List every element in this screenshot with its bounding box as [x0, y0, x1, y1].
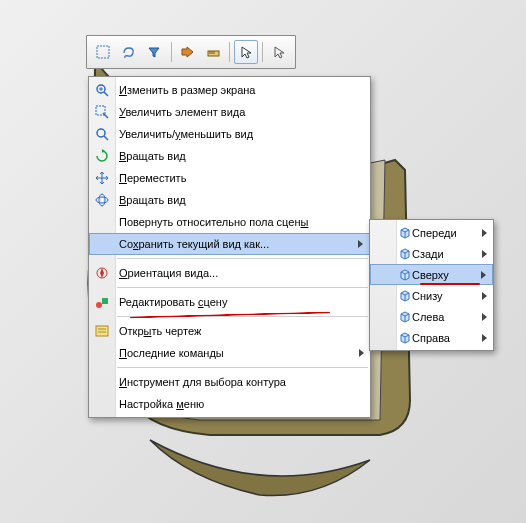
submenu-item[interactable]: Сзади [370, 243, 493, 264]
context-menu: Изменить в размер экранаУвеличить элемен… [88, 76, 371, 418]
rotate-icon [93, 147, 111, 165]
svg-point-12 [99, 194, 105, 206]
measure-icon[interactable] [201, 40, 225, 64]
submenu-arrow-icon [482, 334, 487, 342]
submenu-item-label: Спереди [412, 227, 457, 239]
menu-item[interactable]: Повернуть относительно пола сцены [89, 211, 370, 233]
menu-divider [117, 287, 368, 288]
menu-item-label: Сохранить текущий вид как... [119, 238, 269, 250]
submenu-item-label: Сзади [412, 248, 444, 260]
toolbar-separator [229, 42, 230, 62]
zoom-io-icon [93, 125, 111, 143]
view-left-icon [398, 309, 412, 325]
filter-select-icon[interactable] [143, 40, 167, 64]
menu-item-label: Инструмент для выбора контура [119, 376, 286, 388]
menu-item[interactable]: Изменить в размер экрана [89, 79, 370, 101]
view-back-icon [398, 246, 412, 262]
submenu-arrow-icon [358, 240, 363, 248]
submenu-arrow-icon [482, 292, 487, 300]
menu-item-label: Увеличить/уменьшить вид [119, 128, 253, 140]
save-view-as-submenu: СпередиСзадиСверхуСнизуСлеваСправа [369, 219, 494, 351]
submenu-arrow-icon [482, 313, 487, 321]
cursor-plain-icon[interactable] [267, 40, 291, 64]
menu-item-label: Повернуть относительно пола сцены [119, 216, 308, 228]
submenu-item-label: Слева [412, 311, 444, 323]
toolbar-separator [262, 42, 263, 62]
menu-item[interactable]: Ориентация вида... [89, 262, 370, 284]
svg-rect-16 [96, 326, 108, 336]
menu-item[interactable]: Редактировать сцену [89, 291, 370, 313]
submenu-item[interactable]: Снизу [370, 285, 493, 306]
menu-item-label: Увеличить элемент вида [119, 106, 245, 118]
menu-item-label: Последние команды [119, 347, 224, 359]
menu-item[interactable]: Инструмент для выбора контура [89, 371, 370, 393]
svg-point-11 [96, 197, 108, 203]
lasso-icon[interactable] [117, 40, 141, 64]
menu-item-label: Настройка меню [119, 398, 204, 410]
menu-item[interactable]: Увеличить элемент вида [89, 101, 370, 123]
menu-item-label: Вращать вид [119, 194, 186, 206]
menu-item[interactable]: Открыть чертеж [89, 320, 370, 342]
submenu-arrow-icon [482, 229, 487, 237]
menu-divider [117, 258, 368, 259]
menu-item[interactable]: Настройка меню [89, 393, 370, 415]
submenu-item[interactable]: Спереди [370, 222, 493, 243]
spin-icon [93, 191, 111, 209]
submenu-arrow-icon [359, 349, 364, 357]
menu-item[interactable]: Последние команды [89, 342, 370, 364]
menu-item-label: Изменить в размер экрана [119, 84, 255, 96]
svg-rect-0 [97, 46, 109, 58]
svg-point-9 [97, 129, 105, 137]
compass-icon [93, 264, 111, 282]
zoom-fit-icon [93, 81, 111, 99]
submenu-item-label: Справа [412, 332, 450, 344]
submenu-item[interactable]: Слева [370, 306, 493, 327]
svg-point-14 [96, 302, 102, 308]
toolbar-separator [171, 42, 172, 62]
menu-item[interactable]: Вращать вид [89, 145, 370, 167]
menu-item-label: Ориентация вида... [119, 267, 218, 279]
submenu-item-label: Сверху [412, 269, 449, 281]
cursor-arrow-icon[interactable] [234, 40, 258, 64]
drawing-icon [93, 322, 111, 340]
view-right-icon [398, 330, 412, 346]
menu-item[interactable]: Увеличить/уменьшить вид [89, 123, 370, 145]
scene-icon [93, 293, 111, 311]
menu-item-label: Вращать вид [119, 150, 186, 162]
submenu-arrow-icon [481, 271, 486, 279]
menu-divider [117, 367, 368, 368]
menu-item-label: Редактировать сцену [119, 296, 227, 308]
pan-icon [93, 169, 111, 187]
zoom-area-icon [93, 103, 111, 121]
select-box-icon[interactable] [91, 40, 115, 64]
submenu-item[interactable]: Справа [370, 327, 493, 348]
menu-item[interactable]: Вращать вид [89, 189, 370, 211]
menu-item-label: Переместить [119, 172, 186, 184]
menu-item[interactable]: Переместить [89, 167, 370, 189]
svg-rect-15 [102, 298, 108, 304]
toggle-visibility-icon[interactable] [176, 40, 200, 64]
view-top-icon [398, 267, 412, 283]
submenu-arrow-icon [482, 250, 487, 258]
menu-item-label: Открыть чертеж [119, 325, 201, 337]
menu-item[interactable]: Сохранить текущий вид как... [89, 233, 370, 255]
svg-line-6 [104, 92, 108, 96]
menu-divider [117, 316, 368, 317]
view-front-icon [398, 225, 412, 241]
submenu-item-label: Снизу [412, 290, 443, 302]
view-toolbar [86, 35, 296, 69]
svg-line-10 [104, 136, 108, 140]
view-bottom-icon [398, 288, 412, 304]
submenu-item[interactable]: Сверху [370, 264, 493, 285]
